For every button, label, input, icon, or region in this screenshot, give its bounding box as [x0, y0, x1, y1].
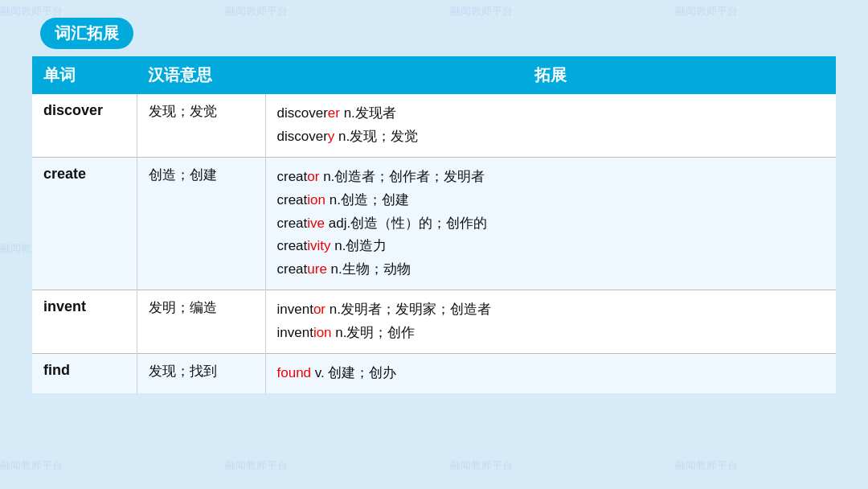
watermark: 融闻教师平台 [450, 4, 513, 18]
expansion-line: found v. 创建；创办 [277, 362, 825, 385]
expansion-line: inventor n.发明者；发明家；创造者 [277, 298, 825, 322]
expansion-line: discoverer n.发现者 [277, 102, 825, 125]
table-row: invent发明；编造inventor n.发明者；发明家；创造者inventi… [32, 290, 836, 354]
cell-expansion: inventor n.发明者；发明家；创造者invention n.发明；创作 [265, 290, 836, 354]
cell-meaning: 发现；找到 [137, 354, 265, 393]
table-wrapper: 单词 汉语意思 拓展 discover发现；发觉discoverer n.发现者… [32, 56, 836, 465]
expansion-line: invention n.发明；创作 [277, 322, 825, 345]
cell-expansion: creator n.创造者；创作者；发明者creation n.创造；创建cre… [265, 157, 836, 290]
table-row: find发现；找到found v. 创建；创办 [32, 354, 836, 393]
table-header-row: 单词 汉语意思 拓展 [32, 56, 836, 94]
cell-meaning: 发明；编造 [137, 290, 265, 354]
cell-meaning: 发现；发觉 [137, 94, 265, 157]
vocabulary-table: 单词 汉语意思 拓展 discover发现；发觉discoverer n.发现者… [32, 56, 836, 393]
col-header-meaning: 汉语意思 [137, 56, 265, 94]
cell-word: create [32, 157, 137, 290]
col-header-word: 单词 [32, 56, 137, 94]
expansion-line: creativity n.创造力 [277, 235, 825, 258]
expansion-line: creation n.创造；创建 [277, 189, 825, 212]
expansion-line: creative adj.创造（性）的；创作的 [277, 212, 825, 236]
expansion-line: creature n.生物；动物 [277, 258, 825, 281]
watermark: 融闻教师平台 [225, 4, 288, 18]
cell-word: discover [32, 94, 137, 157]
watermark: 融闻教师平台 [675, 4, 738, 18]
watermark: 融闻教师平台 [0, 4, 63, 18]
expansion-line: discovery n.发现；发觉 [277, 125, 825, 149]
col-header-expand: 拓展 [265, 56, 836, 94]
title-tag: 词汇拓展 [40, 18, 133, 49]
cell-meaning: 创造；创建 [137, 157, 265, 290]
cell-expansion: discoverer n.发现者discovery n.发现；发觉 [265, 94, 836, 157]
table-row: create创造；创建creator n.创造者；创作者；发明者creation… [32, 157, 836, 290]
cell-word: find [32, 354, 137, 393]
cell-expansion: found v. 创建；创办 [265, 354, 836, 393]
expansion-line: creator n.创造者；创作者；发明者 [277, 166, 825, 189]
table-row: discover发现；发觉discoverer n.发现者discovery n… [32, 94, 836, 157]
cell-word: invent [32, 290, 137, 354]
